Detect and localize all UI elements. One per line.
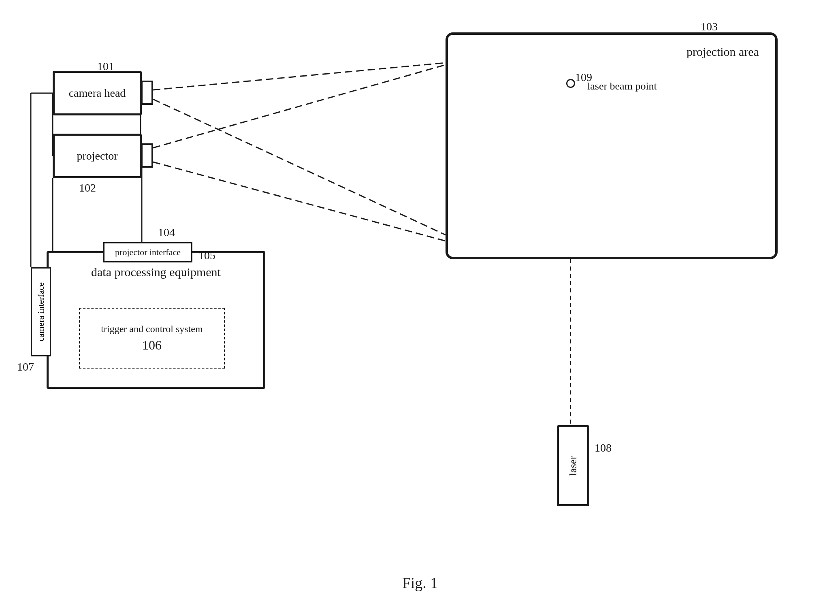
- projector-interface-label: projector interface: [115, 247, 181, 258]
- diagram: camera head projector data processing eq…: [0, 0, 840, 616]
- camera-interface-box: camera interface: [31, 267, 51, 356]
- svg-line-8: [153, 99, 446, 235]
- svg-line-10: [153, 162, 446, 241]
- projector-label: projector: [77, 149, 117, 162]
- ref-102: 102: [79, 181, 96, 194]
- camera-head-label: camera head: [69, 87, 126, 100]
- camera-head-lens: [141, 81, 153, 105]
- projector-lens: [141, 143, 153, 168]
- laser-label: laser: [567, 456, 579, 475]
- svg-line-9: [153, 65, 446, 148]
- projection-area-box: projection area: [446, 32, 778, 259]
- camera-interface-label: camera interface: [36, 282, 46, 341]
- svg-line-7: [153, 63, 446, 90]
- trigger-control-label: trigger and control system: [101, 324, 203, 335]
- camera-head-box: camera head: [53, 71, 142, 115]
- trigger-control-ref: 106: [101, 338, 203, 353]
- laser-box: laser: [557, 425, 589, 506]
- ref-108: 108: [595, 441, 612, 454]
- ref-107: 107: [17, 360, 34, 373]
- projection-area-label: projection area: [686, 45, 759, 59]
- ref-105: 105: [198, 249, 215, 262]
- trigger-control-box: trigger and control system 106: [79, 308, 225, 369]
- projector-box: projector: [53, 134, 142, 178]
- ref-101: 101: [97, 60, 114, 73]
- projector-interface-box: projector interface: [103, 242, 192, 262]
- ref-104: 104: [158, 226, 175, 239]
- fig-caption: Fig. 1: [402, 574, 438, 592]
- laser-beam-point: [566, 79, 575, 88]
- ref-103: 103: [701, 20, 718, 33]
- laser-beam-point-label: laser beam point: [587, 80, 657, 92]
- data-processing-label: data processing equipment: [91, 265, 221, 279]
